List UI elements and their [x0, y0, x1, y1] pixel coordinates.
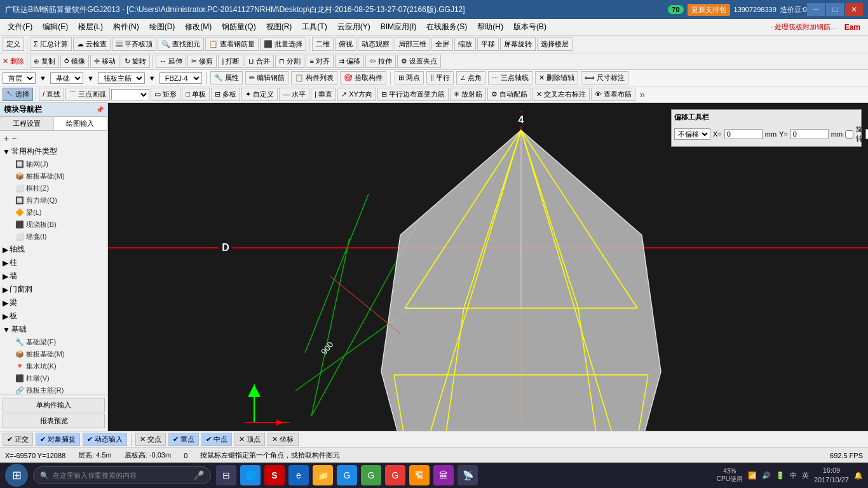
snap-dynamic[interactable]: ✔ 动态输入 [83, 433, 127, 446]
tree-item-column[interactable]: ⬜ 框柱(Z) [3, 182, 107, 194]
shape-select[interactable] [111, 89, 149, 100]
btn-top-view[interactable]: 俯视 [335, 37, 356, 51]
btn-two-point[interactable]: ⊞ 两点 [395, 71, 424, 85]
rebar-type-select[interactable]: 筏板主筋 [98, 72, 145, 84]
foundation-select[interactable]: 基础 [50, 72, 83, 84]
btn-property[interactable]: 🔧 属性 [210, 71, 243, 85]
close-button[interactable]: ✕ [845, 3, 863, 16]
btn-select-floor[interactable]: 选择楼层 [537, 37, 573, 51]
btn-multi-board[interactable]: ⊟ 多板 [211, 88, 240, 101]
btn-2d[interactable]: 二维 [312, 37, 334, 51]
taskbar-lang[interactable]: 中 [790, 471, 797, 480]
snap-midpt[interactable]: ✔ 重点 [168, 433, 199, 446]
tree-item-axle[interactable]: 🔲 轴网(J) [3, 158, 107, 170]
btn-find[interactable]: 🔍 查找图元 [158, 37, 204, 51]
btn-screen-rotate[interactable]: 屏幕旋转 [500, 37, 536, 51]
taskbar-notification[interactable]: 🔔 [854, 471, 863, 480]
btn-single-board[interactable]: □ 单板 [182, 88, 210, 101]
app-gj2[interactable]: G [361, 465, 381, 485]
menu-tools[interactable]: 工具(T) [297, 20, 332, 34]
tree-item-cast-slab[interactable]: ⬛ 现浇板(B) [3, 219, 107, 231]
btn-pan[interactable]: 平移 [477, 37, 499, 51]
app-ie[interactable]: e [288, 465, 309, 485]
btn-move[interactable]: ✛ 移动 [90, 55, 119, 68]
tree-add-icon[interactable]: + [4, 133, 9, 144]
btn-cloud-check[interactable]: ☁ 云检查 [73, 37, 111, 51]
btn-split[interactable]: ⊓ 分割 [275, 55, 304, 68]
snap-center[interactable]: ✔ 中点 [201, 433, 232, 446]
btn-break[interactable]: | 打断 [218, 55, 243, 68]
tab-draw-input[interactable]: 绘图输入 [54, 117, 108, 130]
btn-batch-select[interactable]: ⬛ 批量选择 [260, 37, 306, 51]
btn-arc[interactable]: ⌒ 三点画弧 [65, 88, 110, 101]
toolbar-expand[interactable]: » [639, 89, 645, 100]
btn-delete-icon[interactable]: ✕ 删除 [3, 57, 24, 66]
app-edge[interactable]: 🌐 [240, 465, 261, 485]
element-select[interactable]: FBZJ-4 [159, 72, 202, 84]
btn-merge[interactable]: ⊔ 合并 [245, 55, 274, 68]
snap-coord[interactable]: ✕ 坐标 [268, 433, 298, 446]
rotate-input[interactable] [865, 129, 868, 139]
update-button[interactable]: 更新支持包 [688, 4, 730, 16]
tree-item-raft-main[interactable]: 🔗 筏板主筋(R) [3, 384, 107, 395]
tree-remove-icon[interactable]: − [11, 133, 17, 144]
menu-rebar[interactable]: 钢筋量(Q) [217, 20, 261, 34]
app-gj5[interactable]: 🏛 [433, 465, 454, 485]
btn-mirror[interactable]: ⥀ 镜像 [60, 55, 89, 68]
tree-item-sump[interactable]: 🔻 集水坑(K) [3, 360, 107, 372]
tree-item-niche[interactable]: ⬜ 墙龛(I) [3, 231, 107, 243]
btn-delete-aux[interactable]: ✕ 删除辅轴 [535, 71, 578, 85]
menu-eam[interactable]: Eam [839, 22, 865, 33]
snap-cross[interactable]: ✕ 交点 [135, 433, 166, 446]
btn-trim[interactable]: ✂ 修剪 [187, 55, 217, 68]
app-task-view[interactable]: ⊟ [216, 465, 236, 485]
btn-align[interactable]: ≡ 对齐 [306, 55, 333, 68]
notice-text[interactable]: · 处理筏板附加钢筋... [768, 22, 839, 32]
btn-line[interactable]: / 直线 [39, 88, 64, 101]
btn-dimension[interactable]: ⟺ 尺寸标注 [581, 71, 628, 85]
group-door-win[interactable]: ▶ 门窗洞 [0, 283, 107, 296]
app-gj4[interactable]: 🏗 [409, 465, 430, 485]
btn-pickup[interactable]: 🎯 拾取构件 [340, 71, 386, 85]
btn-stretch[interactable]: ⇔ 拉伸 [365, 55, 396, 68]
panel-pin[interactable]: 📌 [96, 106, 104, 113]
group-beam[interactable]: ▶ 梁 [0, 296, 107, 309]
btn-view-rebar[interactable]: 📋 查看钢筋量 [205, 37, 259, 51]
menu-edit[interactable]: 编辑(E) [37, 20, 73, 34]
minimize-button[interactable]: ─ [807, 3, 825, 16]
maximize-button[interactable]: □ [826, 3, 844, 16]
menu-modify[interactable]: 修改(M) [180, 20, 217, 34]
btn-zoom[interactable]: 缩放 [454, 37, 476, 51]
menu-draw[interactable]: 绘图(D) [144, 20, 180, 34]
btn-horizontal[interactable]: — 水平 [279, 88, 309, 101]
offset-mode-select[interactable]: 不偏移 [674, 128, 710, 140]
tree-item-shear-wall[interactable]: 🔲 剪力墙(Q) [3, 194, 107, 207]
btn-offset[interactable]: ⇉ 偏移 [335, 55, 364, 68]
app-folder[interactable]: 📁 [313, 465, 333, 485]
menu-version[interactable]: 版本号(B) [508, 20, 552, 34]
group-foundation[interactable]: ▼ 基础 [0, 323, 107, 336]
menu-element[interactable]: 构件(N) [108, 20, 144, 34]
rotate-checkbox[interactable] [845, 130, 853, 139]
btn-set-grip[interactable]: ⚙ 设置夹点 [397, 55, 441, 68]
group-col[interactable]: ▶ 柱 [0, 256, 107, 269]
group-wall[interactable]: ▶ 墙 [0, 269, 107, 283]
tree-item-found-beam[interactable]: 🔧 基础梁(F) [3, 336, 107, 348]
search-bar[interactable]: 🔍 在这里输入你要搜索的内容 🎤 [33, 466, 211, 484]
canvas-area[interactable]: 4 D 900 偏移工具栏 [108, 103, 868, 431]
snap-object[interactable]: ✔ 对象捕捉 [36, 433, 80, 446]
snap-orthogonal[interactable]: ✔ 正交 [3, 433, 33, 446]
btn-edit-rebar[interactable]: ✏ 编辑钢筋 [245, 71, 288, 85]
btn-select[interactable]: ↖ 选择 [3, 88, 33, 101]
btn-custom[interactable]: ✦ 自定义 [241, 88, 278, 101]
btn-align-top[interactable]: ▤ 平齐板顶 [112, 37, 156, 51]
start-button[interactable]: ⊞ [5, 464, 28, 487]
menu-floor[interactable]: 楼层(L) [73, 20, 108, 34]
snap-vertex[interactable]: ✕ 顶点 [234, 433, 265, 446]
btn-auto-config[interactable]: ⚙ 自动配筋 [487, 88, 531, 101]
btn-cross-annot[interactable]: ✕ 交叉左右标注 [532, 88, 590, 101]
btn-define[interactable]: 定义 [3, 37, 24, 51]
btn-dynamic-observe[interactable]: 动态观察 [358, 37, 393, 51]
btn-parallel-edge[interactable]: ⊟ 平行边布置受力筋 [377, 88, 449, 101]
app-network[interactable]: 📡 [458, 465, 478, 485]
